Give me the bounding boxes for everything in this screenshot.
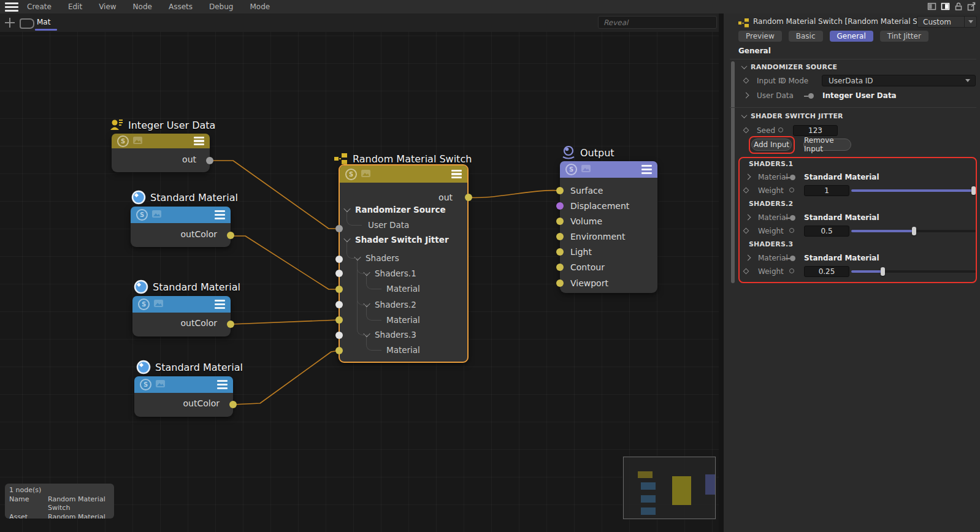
surface-port[interactable]: [556, 187, 564, 194]
preset-dropdown[interactable]: Custom: [917, 16, 977, 28]
standard-material-1-node[interactable]: S outColor: [131, 207, 231, 247]
animate-circle-icon[interactable]: [778, 127, 783, 132]
menu-create[interactable]: Create: [27, 2, 52, 11]
material-value[interactable]: Standard Material: [804, 173, 879, 181]
weight-slider[interactable]: [851, 189, 976, 192]
tab-general[interactable]: General: [830, 31, 873, 42]
random-material-switch-node[interactable]: S out Randomizer Source User Data Shader…: [339, 164, 469, 363]
menu-node[interactable]: Node: [133, 2, 152, 11]
outcolor-port[interactable]: [229, 401, 237, 408]
menu-assets[interactable]: Assets: [169, 2, 193, 11]
panel-divider[interactable]: [719, 13, 724, 532]
material-value[interactable]: Standard Material: [804, 254, 879, 262]
reveal-search-input[interactable]: [598, 16, 717, 29]
shaders3-input-port[interactable]: [335, 332, 343, 339]
animate-circle-icon[interactable]: [779, 78, 784, 83]
chevron-down-icon[interactable]: [741, 112, 748, 118]
tree-row-shader-switch-jitter[interactable]: Shader Switch Jitter: [345, 234, 449, 246]
add-graph-icon[interactable]: [5, 18, 15, 28]
chevron-down-icon[interactable]: [343, 205, 350, 212]
connected-port-icon[interactable]: [786, 256, 795, 261]
node-graph-canvas[interactable]: Integer User Data S out Standard Materia…: [0, 32, 719, 532]
seed-input[interactable]: [793, 125, 838, 136]
node-menu-icon[interactable]: [217, 380, 228, 389]
outcolor-port[interactable]: [227, 232, 234, 239]
node-header[interactable]: S: [132, 296, 231, 313]
displacement-port[interactable]: [556, 202, 564, 210]
weight-slider[interactable]: [851, 230, 976, 232]
slider-handle[interactable]: [881, 267, 885, 276]
outcolor-port[interactable]: [227, 321, 234, 328]
integer-user-data-node[interactable]: S out: [112, 134, 210, 172]
menu-view[interactable]: View: [99, 2, 116, 11]
panel-layout-icon[interactable]: [941, 2, 950, 11]
chevron-down-icon[interactable]: [964, 17, 976, 27]
material2-input-port[interactable]: [335, 316, 343, 324]
material-tag-icon[interactable]: [20, 18, 34, 29]
connected-port-icon[interactable]: [804, 93, 814, 99]
lock-icon[interactable]: [954, 2, 963, 11]
hamburger-menu-icon[interactable]: [5, 2, 18, 12]
standard-material-3-node[interactable]: S outColor: [134, 376, 233, 417]
light-port[interactable]: [556, 248, 564, 256]
connected-port-icon[interactable]: [786, 175, 795, 180]
keyframe-diamond-icon[interactable]: [743, 188, 749, 194]
weight-input[interactable]: [804, 266, 849, 277]
input-id-mode-dropdown[interactable]: UserData ID: [822, 75, 976, 86]
tree-row-material-2[interactable]: Material: [386, 314, 420, 326]
user-data-input-port[interactable]: [335, 225, 343, 232]
chevron-right-icon[interactable]: [745, 174, 751, 180]
node-menu-icon[interactable]: [194, 137, 204, 146]
keyframe-diamond-icon[interactable]: [743, 78, 749, 84]
node-header[interactable]: S: [112, 134, 210, 148]
tab-basic[interactable]: Basic: [789, 31, 823, 42]
node-menu-icon[interactable]: [641, 165, 652, 174]
node-menu-icon[interactable]: [215, 300, 225, 309]
environment-port[interactable]: [556, 233, 564, 240]
node-header[interactable]: S: [131, 207, 231, 223]
tab-tint-jitter[interactable]: Tint Jitter: [880, 31, 928, 42]
navigator-minimap[interactable]: [623, 457, 716, 519]
weight-input[interactable]: [804, 185, 849, 196]
standard-material-2-node[interactable]: S outColor: [132, 296, 231, 336]
node-header[interactable]: S: [340, 165, 467, 183]
keyframe-diamond-icon[interactable]: [743, 127, 749, 134]
viewport-port[interactable]: [556, 279, 564, 287]
material3-input-port[interactable]: [335, 347, 343, 354]
out-port[interactable]: [465, 194, 472, 201]
slider-handle[interactable]: [971, 186, 976, 195]
chevron-right-icon[interactable]: [745, 215, 751, 221]
menu-edit[interactable]: Edit: [68, 2, 82, 11]
shaders2-input-port[interactable]: [335, 301, 343, 308]
material1-input-port[interactable]: [335, 286, 343, 293]
chevron-right-icon[interactable]: [745, 255, 751, 261]
connected-port-icon[interactable]: [786, 215, 795, 221]
keyframe-diamond-icon[interactable]: [743, 228, 749, 234]
section-randomizer-source[interactable]: RANDOMIZER SOURCE: [742, 63, 837, 71]
slider-handle[interactable]: [912, 227, 916, 235]
material-value[interactable]: Standard Material: [804, 213, 879, 222]
animate-circle-icon[interactable]: [789, 188, 794, 192]
animate-circle-icon[interactable]: [789, 228, 794, 233]
weight-input[interactable]: [804, 226, 849, 237]
chevron-right-icon[interactable]: [743, 93, 749, 99]
open-external-icon[interactable]: [967, 2, 976, 11]
node-header[interactable]: S: [560, 161, 657, 178]
animate-circle-icon[interactable]: [789, 268, 794, 273]
menu-debug[interactable]: Debug: [209, 2, 233, 11]
tab-mat[interactable]: Mat: [37, 18, 50, 26]
tree-row-user-data[interactable]: User Data: [368, 219, 409, 231]
tree-row-material-3[interactable]: Material: [386, 344, 420, 356]
chevron-down-icon[interactable]: [741, 63, 748, 69]
split-panel-icon[interactable]: [927, 2, 936, 11]
remove-input-button[interactable]: Remove Input: [803, 139, 851, 151]
chevron-down-icon[interactable]: [343, 235, 350, 242]
add-input-button[interactable]: Add Input: [751, 139, 792, 151]
weight-slider[interactable]: [851, 270, 976, 273]
contour-port[interactable]: [556, 264, 564, 271]
shaders1-input-port[interactable]: [335, 270, 343, 277]
output-node[interactable]: S Surface Displacement Volume Environmen…: [560, 161, 657, 293]
keyframe-diamond-icon[interactable]: [743, 268, 749, 275]
node-menu-icon[interactable]: [215, 210, 225, 219]
node-menu-icon[interactable]: [451, 170, 462, 179]
